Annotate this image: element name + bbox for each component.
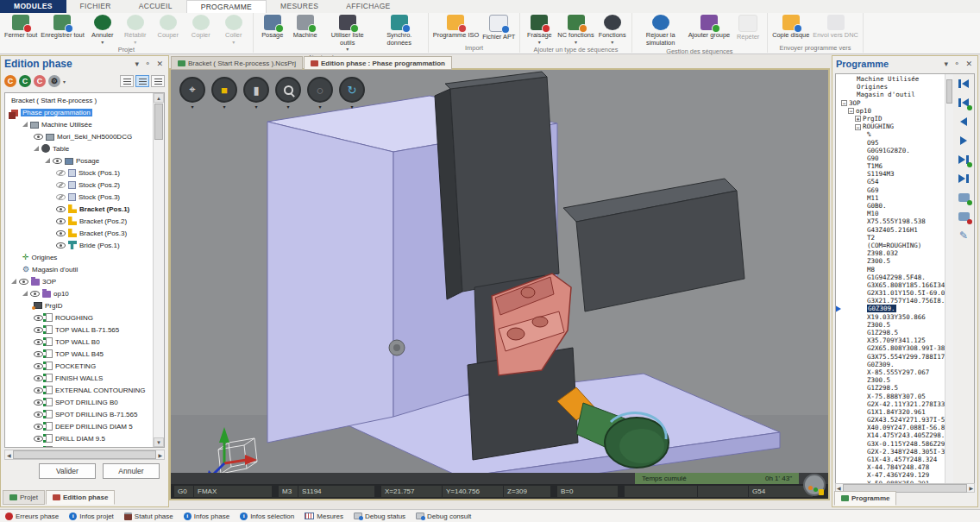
code-line[interactable]: −op10 bbox=[836, 107, 945, 115]
ribbon-button-posage[interactable]: Posage bbox=[256, 13, 289, 41]
tree-row[interactable]: Machine Utilisée bbox=[6, 118, 153, 130]
go-first-button[interactable] bbox=[954, 76, 973, 91]
viewport-tab[interactable]: Bracket ( Start Re-process ).NcsPrj bbox=[171, 56, 303, 70]
dropdown-arrow-icon[interactable]: ▾ bbox=[611, 40, 613, 46]
code-line[interactable]: Origines bbox=[836, 83, 945, 91]
tree-row[interactable]: Bracket (Pos.2) bbox=[6, 215, 153, 227]
dropdown-arrow-icon[interactable]: ▾ bbox=[254, 104, 257, 110]
code-line[interactable]: G2X-2.348Y248.305I-3.1 bbox=[836, 448, 945, 456]
code-line[interactable]: Machine Utilisée bbox=[836, 75, 945, 83]
fast-forward-button[interactable] bbox=[954, 152, 973, 167]
tree-row[interactable]: Stock (Pos.2) bbox=[6, 179, 153, 191]
ribbon-tab-programme[interactable]: PROGRAMME bbox=[186, 0, 267, 13]
ribbon-button-sync[interactable]: Synchro. données bbox=[374, 13, 425, 47]
statusbar-infos-sélection[interactable]: iInfos sélection bbox=[240, 513, 294, 520]
expander-icon[interactable] bbox=[34, 146, 39, 151]
dropdown-arrow-icon[interactable]: ▾ bbox=[232, 40, 235, 46]
statusbar-mesures[interactable]: Mesures bbox=[305, 513, 343, 520]
code-line[interactable]: G69 bbox=[836, 186, 945, 194]
phase-gear-button[interactable]: ⚙ bbox=[48, 75, 60, 87]
eye-icon[interactable] bbox=[34, 387, 43, 393]
code-line[interactable]: G3X75.554Y299.788I17.4 bbox=[836, 353, 945, 361]
tree-row[interactable]: SPOT DRILLING B0 bbox=[6, 396, 153, 408]
tree-row[interactable]: Bride (Pos.1) bbox=[6, 239, 153, 251]
cube-view-icon[interactable]: ■ bbox=[211, 77, 237, 103]
code-line[interactable]: G0Z309. bbox=[836, 305, 945, 312]
eye-icon[interactable] bbox=[56, 206, 66, 212]
dropdown-arrow-icon[interactable]: ▾ bbox=[346, 47, 349, 53]
statusbar-infos-phase[interactable]: iInfos phase bbox=[184, 513, 229, 520]
eye-icon[interactable] bbox=[34, 424, 43, 430]
phase-green-button[interactable]: C bbox=[19, 75, 31, 87]
ribbon-button-disk[interactable]: Copie disque bbox=[770, 13, 811, 41]
sim-stop-button[interactable] bbox=[954, 209, 973, 224]
statusbar-debug-consult[interactable]: Debug consult bbox=[416, 513, 471, 520]
tree-row[interactable]: op10 bbox=[6, 287, 153, 299]
code-line[interactable]: X35.709Y341.125 bbox=[836, 336, 945, 344]
play-backward-button[interactable] bbox=[954, 114, 973, 129]
code-line[interactable]: G2X43.524Y271.937I-5.1 bbox=[836, 416, 945, 424]
view-list-2-button[interactable] bbox=[135, 75, 149, 87]
eye-icon[interactable] bbox=[34, 134, 43, 140]
expander-icon[interactable] bbox=[22, 291, 28, 296]
tree-row[interactable]: Table bbox=[6, 142, 153, 154]
code-line[interactable]: X19.033Y350.866 bbox=[836, 313, 945, 321]
eye-icon[interactable] bbox=[34, 339, 43, 345]
tree-row[interactable]: Mori_Seki_NH5000DCG bbox=[6, 130, 153, 142]
ribbon-tab-accueil[interactable]: ACCUEIL bbox=[125, 0, 186, 13]
tree-row[interactable]: FINISH WALLS bbox=[6, 372, 153, 384]
machine-status-button[interactable] bbox=[803, 474, 826, 496]
annuler-button[interactable]: Annuler bbox=[103, 463, 160, 479]
eye-off-icon[interactable] bbox=[56, 170, 66, 176]
machine-view-icon[interactable]: ⌖ bbox=[179, 77, 205, 103]
tree-row[interactable]: Stock (Pos.3) bbox=[6, 191, 153, 203]
ribbon-button-undo[interactable]: Annuler▾ bbox=[86, 13, 119, 46]
collapse-icon[interactable]: − bbox=[848, 108, 854, 114]
rotate-view-icon[interactable]: ↻ bbox=[339, 77, 365, 103]
view-list-1-button[interactable] bbox=[120, 75, 134, 87]
eye-icon[interactable] bbox=[34, 375, 43, 381]
code-line[interactable]: X-44.784Y248.478 bbox=[836, 463, 945, 471]
expander-icon[interactable] bbox=[45, 158, 50, 163]
dropdown-arrow-icon[interactable]: ▾ bbox=[318, 104, 321, 110]
dropdown-arrow-icon[interactable]: ▾ bbox=[223, 104, 225, 110]
tree-row[interactable]: ✛Origines bbox=[6, 251, 153, 263]
code-line[interactable]: Z300.5 bbox=[836, 257, 945, 265]
viewport-tab[interactable]: Edition phase : Phase programmation bbox=[304, 56, 452, 70]
tree-row[interactable]: DEEP DRILLING DIAM 5 bbox=[6, 420, 153, 432]
ribbon-button-iso[interactable]: Programme ISO bbox=[431, 13, 481, 41]
phase-orange-button[interactable]: C bbox=[4, 75, 16, 87]
tree-row[interactable]: SPOT DRILLING B-71.565 bbox=[6, 408, 153, 420]
expander-icon[interactable] bbox=[22, 122, 28, 127]
view-list-3-button[interactable] bbox=[151, 75, 165, 87]
code-line[interactable]: G43Z405.216H1 bbox=[836, 226, 945, 234]
panel-window-buttons-right[interactable]: ▾ ⚬ ✕ bbox=[944, 60, 974, 68]
tree-row[interactable]: ROUGHING bbox=[6, 311, 153, 324]
dropdown-arrow-icon[interactable]: ▾ bbox=[575, 40, 577, 46]
tree-row[interactable]: EXTERNAL CONTOURNING bbox=[6, 384, 153, 396]
code-line[interactable]: T2 bbox=[836, 234, 945, 242]
gcode-listing[interactable]: Machine UtiliséeOriginesMagasin d'outil−… bbox=[836, 74, 945, 490]
code-line[interactable]: G2X65.808Y308.99I-38.9 bbox=[836, 344, 945, 352]
code-line[interactable]: G1Z298.5 bbox=[836, 384, 945, 392]
code-line[interactable]: G90 bbox=[836, 154, 945, 162]
code-line[interactable]: −ROUGHING bbox=[836, 123, 945, 130]
collapse-icon[interactable]: − bbox=[841, 100, 847, 106]
collapse-icon[interactable]: − bbox=[855, 124, 861, 130]
code-line[interactable]: +PrgID bbox=[836, 115, 945, 123]
ribbon-tab-mesures[interactable]: MESURES bbox=[267, 0, 332, 13]
code-line[interactable]: (COM=ROUGHING) bbox=[836, 242, 945, 249]
code-line[interactable]: M10 bbox=[836, 210, 945, 217]
tree-row[interactable]: Bracket (Pos.1) bbox=[6, 203, 153, 215]
code-line[interactable]: G0G91G28Z0. bbox=[836, 147, 945, 154]
code-line[interactable]: O95 bbox=[836, 139, 945, 147]
dropdown-arrow-icon[interactable]: ▾ bbox=[350, 104, 353, 110]
code-line[interactable]: X14.475Y243.405Z298.5I bbox=[836, 431, 945, 439]
tree-row[interactable]: ⚙Magasin d'outil bbox=[6, 263, 153, 275]
stock-view-icon[interactable]: ▮ bbox=[243, 77, 269, 103]
code-line[interactable]: X40.09Y247.088I-56.814 bbox=[836, 424, 945, 431]
code-line[interactable]: M8 bbox=[836, 266, 945, 274]
eye-icon[interactable] bbox=[34, 412, 43, 418]
tree-row[interactable]: TOP WALL B45 bbox=[6, 348, 153, 360]
code-line[interactable]: G2X-42.11Y321.278I33.7 bbox=[836, 400, 945, 408]
